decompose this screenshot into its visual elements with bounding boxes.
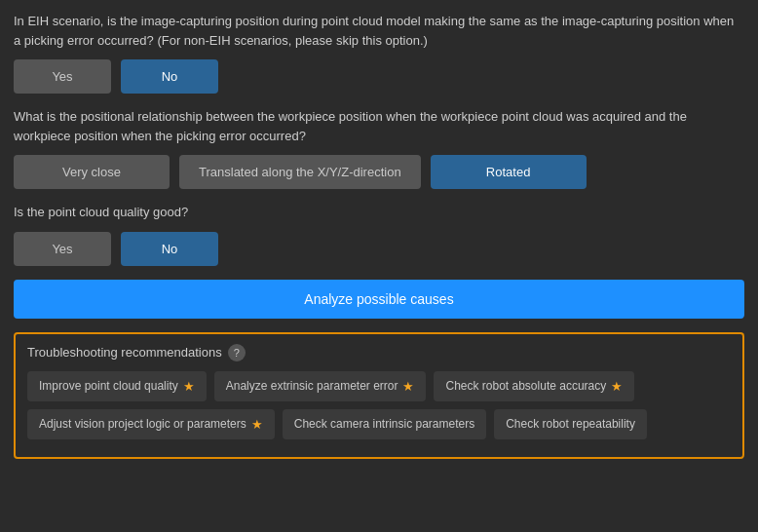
question2-text: What is the positional relationship betw…	[14, 107, 744, 145]
q2-translated-button[interactable]: Translated along the X/Y/Z-direction	[179, 155, 421, 189]
rec-improve-quality[interactable]: Improve point cloud quality ★	[27, 371, 207, 401]
q2-veryclose-button[interactable]: Very close	[14, 155, 170, 189]
help-icon[interactable]: ?	[228, 344, 246, 361]
rec-camera-intrinsic-label: Check camera intrinsic parameters	[294, 417, 474, 431]
rec-robot-repeatability-label: Check robot repeatability	[506, 417, 635, 431]
rec-camera-intrinsic[interactable]: Check camera intrinsic parameters	[283, 409, 486, 439]
rec-robot-repeatability[interactable]: Check robot repeatability	[494, 409, 647, 439]
rec-robot-accuracy-label: Check robot absolute accuracy	[445, 379, 606, 393]
rec-vision-logic-label: Adjust vision project logic or parameter…	[39, 417, 246, 431]
troubleshoot-panel: Troubleshooting recommendations ? Improv…	[14, 332, 744, 459]
troubleshoot-header: Troubleshooting recommendations ?	[27, 344, 731, 361]
q3-yes-button[interactable]: Yes	[14, 232, 111, 266]
analyze-button[interactable]: Analyze possible causes	[14, 280, 744, 319]
q1-button-row: Yes No	[14, 59, 744, 94]
rec-extrinsic-error-label: Analyze extrinsic parameter error	[226, 379, 398, 393]
q3-no-button[interactable]: No	[121, 232, 218, 266]
rec-extrinsic-error[interactable]: Analyze extrinsic parameter error ★	[214, 371, 427, 401]
rec-row-1: Improve point cloud quality ★ Analyze ex…	[27, 371, 731, 401]
troubleshoot-title: Troubleshooting recommendations	[27, 345, 222, 360]
rec-improve-quality-label: Improve point cloud quality	[39, 379, 178, 393]
question1-text: In EIH scenario, is the image-capturing …	[14, 12, 744, 50]
rec-improve-quality-star: ★	[183, 379, 195, 394]
rec-vision-logic[interactable]: Adjust vision project logic or parameter…	[27, 409, 275, 439]
q3-button-row: Yes No	[14, 232, 744, 266]
rec-robot-accuracy[interactable]: Check robot absolute accuracy ★	[434, 371, 634, 401]
rec-vision-logic-star: ★	[251, 417, 263, 432]
q1-yes-button[interactable]: Yes	[14, 59, 111, 94]
rec-robot-accuracy-star: ★	[611, 379, 623, 394]
q2-button-row: Very close Translated along the X/Y/Z-di…	[14, 155, 744, 189]
question3-text: Is the point cloud quality good?	[14, 203, 744, 222]
rec-extrinsic-error-star: ★	[402, 379, 414, 394]
q1-no-button[interactable]: No	[121, 59, 218, 94]
rec-row-2: Adjust vision project logic or parameter…	[27, 409, 731, 439]
q2-rotated-button[interactable]: Rotated	[431, 155, 587, 189]
